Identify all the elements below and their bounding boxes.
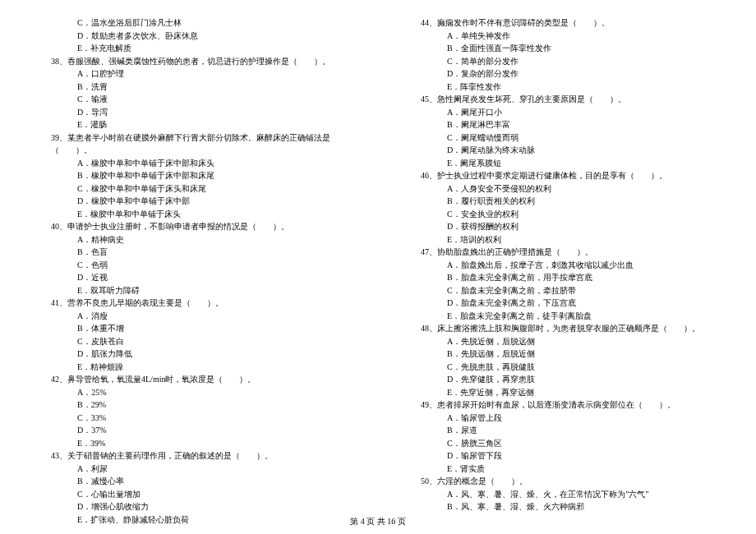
option-text: C．33% bbox=[33, 412, 353, 425]
option-text: D．导泻 bbox=[33, 106, 353, 119]
option-text: A．阑尾开口小 bbox=[403, 106, 723, 119]
option-text: D．胎盘未完全剥离之前，下压宫底 bbox=[403, 297, 723, 310]
question-44: 44、癫痫发作时不伴有意识障碍的类型是（ ）。 bbox=[403, 16, 723, 30]
option-text: D．橡胶中单和中单铺于床中部 bbox=[33, 195, 353, 208]
option-text: A．输尿管上段 bbox=[403, 412, 723, 425]
page-footer: 第 4 页 共 16 页 bbox=[0, 516, 756, 527]
option-text: A．口腔护理 bbox=[33, 67, 353, 81]
option-text: E．阑尾系膜短 bbox=[403, 157, 723, 170]
option-text: D．输尿管下段 bbox=[403, 449, 723, 463]
option-text: D．增强心肌收缩力 bbox=[33, 500, 353, 513]
option-text: D．近视 bbox=[33, 271, 353, 284]
question-42: 42、鼻导管给氧，氧流量4L/min时，氧浓度是（ ）。 bbox=[33, 373, 353, 386]
option-text: A．先脱近侧，后脱远侧 bbox=[403, 335, 723, 348]
option-text: D．阑尾动脉为终末动脉 bbox=[403, 144, 723, 157]
question-47: 47、协助胎盘娩出的正确护理措施是（ ）。 bbox=[403, 246, 723, 259]
option-text: B．风、寒、暑、湿、燥、火六种病邪 bbox=[403, 500, 723, 513]
question-39: 39、某患者半小时前在硬膜外麻醉下行胃大部分切除术。麻醉床的正确铺法是（ ）。 bbox=[33, 131, 353, 157]
option-text: D．获得报酬的权利 bbox=[403, 220, 723, 233]
option-text: C．膀胱三角区 bbox=[403, 437, 723, 450]
option-text: C．皮肤苍白 bbox=[33, 335, 353, 348]
option-text: D．先穿健肢，再穿患肢 bbox=[403, 373, 723, 386]
option-text: E．灌肠 bbox=[33, 118, 353, 131]
option-text: D．37% bbox=[33, 424, 353, 437]
option-text: B．色盲 bbox=[33, 246, 353, 259]
option-text: A．人身安全不受侵犯的权利 bbox=[403, 182, 723, 196]
question-45: 45、急性阑尾炎发生坏死、穿孔的主要原因是（ ）。 bbox=[403, 93, 723, 106]
option-text: C．先脱患肢，再脱健肢 bbox=[403, 361, 723, 374]
question-46: 46、护士执业过程中要求定期进行健康体检，目的是享有（ ）。 bbox=[403, 169, 723, 182]
option-text: B．全面性强直一阵挛性发作 bbox=[403, 42, 723, 55]
option-text: E．先穿近侧，再穿远侧 bbox=[403, 386, 723, 399]
option-text: A．利尿 bbox=[33, 463, 353, 476]
option-text: A．精神病史 bbox=[33, 233, 353, 246]
option-text: B．先脱远侧，后脱近侧 bbox=[403, 348, 723, 361]
option-text: C．胎盘未完全剥离之前，牵拉脐带 bbox=[403, 284, 723, 297]
option-text: E．阵挛性发作 bbox=[403, 81, 723, 94]
left-column: C．温水坐浴后肛门涂凡士林 D．鼓励患者多次饮水、卧床休息 E．补充电解质 38… bbox=[33, 16, 353, 526]
question-38: 38、吞服强酸、强碱类腐蚀性药物的患者，切忌进行的护理操作是（ ）。 bbox=[33, 55, 353, 68]
option-text: B．29% bbox=[33, 398, 353, 412]
option-text: E．精神烦躁 bbox=[33, 361, 353, 374]
option-text: C．温水坐浴后肛门涂凡士林 bbox=[33, 16, 353, 30]
option-text: D．鼓励患者多次饮水、卧床休息 bbox=[33, 30, 353, 43]
question-50: 50、六淫的概念是（ ）。 bbox=[403, 475, 723, 488]
option-text: C．简单的部分发作 bbox=[403, 55, 723, 68]
option-text: B．体重不增 bbox=[33, 322, 353, 335]
two-column-layout: C．温水坐浴后肛门涂凡士林 D．鼓励患者多次饮水、卧床休息 E．补充电解质 38… bbox=[33, 16, 723, 526]
option-text: C．阑尾蠕动慢而弱 bbox=[403, 131, 723, 145]
option-text: B．橡胶中单和中单铺于床中部和床尾 bbox=[33, 169, 353, 182]
question-48: 48、床上擦浴擦洗上肢和胸腹部时，为患者脱穿衣服的正确顺序是（ ）。 bbox=[403, 322, 723, 335]
option-text: C．输液 bbox=[33, 93, 353, 106]
option-text: A．胎盘娩出后，按摩子宫，刺激其收缩以减少出血 bbox=[403, 259, 723, 272]
option-text: A．橡胶中单和中单铺于床中部和床头 bbox=[33, 157, 353, 170]
option-text: B．胎盘未完全剥离之前，用手按摩宫底 bbox=[403, 271, 723, 284]
question-41: 41、营养不良患儿早期的表现主要是（ ）。 bbox=[33, 297, 353, 310]
option-text: A．单纯失神发作 bbox=[403, 30, 723, 43]
option-text: A．25% bbox=[33, 386, 353, 399]
option-text: E．双耳听力障碍 bbox=[33, 284, 353, 297]
option-text: E．补充电解质 bbox=[33, 42, 353, 55]
option-text: C．安全执业的权利 bbox=[403, 208, 723, 221]
question-40: 40、申请护士执业注册时，不影响申请者申报的情况是（ ）。 bbox=[33, 220, 353, 233]
option-text: B．履行职责相关的权利 bbox=[403, 195, 723, 208]
option-text: B．减慢心率 bbox=[33, 475, 353, 488]
option-text: E．培训的权利 bbox=[403, 233, 723, 246]
option-text: A．消瘦 bbox=[33, 310, 353, 323]
option-text: A．风、寒、暑、湿、燥、火，在正常情况下称为"六气" bbox=[403, 488, 723, 501]
option-text: C．色弱 bbox=[33, 259, 353, 272]
option-text: B．洗胃 bbox=[33, 81, 353, 94]
question-43: 43、关于硝普钠的主要药理作用，正确的叙述的是（ ）。 bbox=[33, 449, 353, 463]
option-text: D．肌张力降低 bbox=[33, 348, 353, 361]
right-column: 44、癫痫发作时不伴有意识障碍的类型是（ ）。 A．单纯失神发作 B．全面性强直… bbox=[403, 16, 723, 526]
option-text: E．胎盘未完全剥离之前，徒手剥离胎盘 bbox=[403, 310, 723, 323]
option-text: E．肾实质 bbox=[403, 463, 723, 476]
option-text: B．阑尾淋巴丰富 bbox=[403, 118, 723, 131]
option-text: C．心输出量增加 bbox=[33, 488, 353, 501]
option-text: C．橡胶中单和中单铺于床头和床尾 bbox=[33, 182, 353, 196]
question-49: 49、患者排尿开始时有血尿，以后逐渐变清表示病变部位在（ ）。 bbox=[403, 398, 723, 412]
option-text: E．橡胶中单和中单铺于床头 bbox=[33, 208, 353, 221]
option-text: B．尿道 bbox=[403, 424, 723, 437]
option-text: D．复杂的部分发作 bbox=[403, 67, 723, 81]
option-text: E．39% bbox=[33, 437, 353, 450]
